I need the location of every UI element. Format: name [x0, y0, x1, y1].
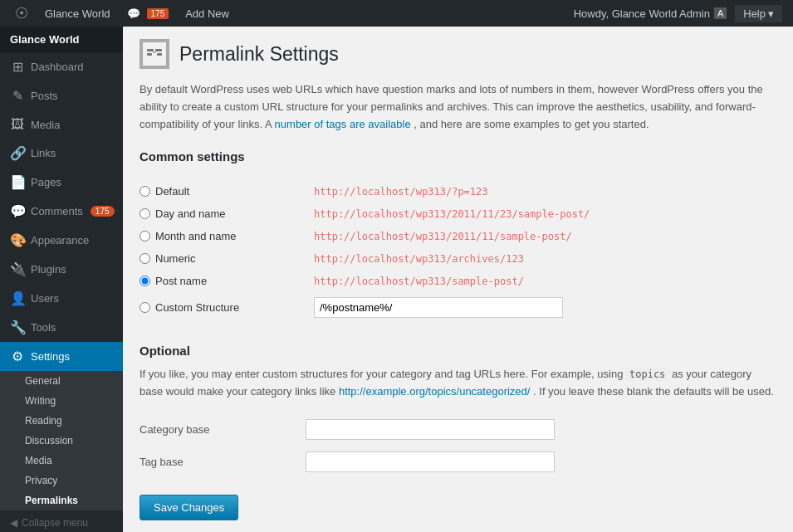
tools-icon: 🔧 — [10, 320, 25, 335]
comment-icon: 💬 — [127, 7, 140, 20]
svg-rect-0 — [147, 49, 154, 51]
wp-logo-button[interactable]: ☉ — [7, 0, 37, 27]
permalink-options-table: Default http://localhost/wp313/?p=123 Da… — [140, 180, 776, 323]
option-default-label[interactable]: Default — [140, 185, 306, 198]
sidebar-item-posts[interactable]: ✎ Posts — [0, 81, 123, 110]
option-month-and-name: Month and name http://localhost/wp313/20… — [140, 225, 776, 247]
option-numeric: Numeric http://localhost/wp313/archives/… — [140, 247, 776, 270]
url-numeric: http://localhost/wp313/archives/123 — [314, 253, 524, 265]
option-post-name: Post name http://localhost/wp313/sample-… — [140, 270, 776, 292]
submenu-item-privacy[interactable]: Privacy — [0, 471, 123, 491]
sidebar-item-label: Posts — [31, 90, 58, 102]
description-text-2: , and here are some examples to get you … — [414, 118, 649, 130]
submenu-item-writing[interactable]: Writing — [0, 391, 123, 411]
tag-base-input[interactable] — [306, 451, 555, 472]
optional-heading: Optional — [140, 344, 776, 358]
submenu-item-reading[interactable]: Reading — [0, 411, 123, 431]
url-post-name: http://localhost/wp313/sample-post/ — [314, 276, 524, 287]
main-content: Permalink Settings By default WordPress … — [123, 27, 793, 532]
svg-rect-2 — [155, 49, 162, 51]
posts-icon: ✎ — [10, 88, 25, 104]
sidebar-item-settings[interactable]: ⚙ Settings — [0, 342, 123, 371]
sidebar-item-label: Settings — [31, 350, 70, 363]
collapse-arrow-icon: ◀ — [10, 517, 17, 529]
save-label: Save Changes — [154, 501, 224, 514]
sidebar-item-media[interactable]: 🖼 Media — [0, 110, 123, 139]
optional-description: If you like, you may enter custom struct… — [140, 366, 776, 401]
user-greeting[interactable]: Howdy, Glance World Admin A — [565, 0, 736, 27]
sidebar-item-label: Tools — [31, 321, 56, 334]
option-month-label[interactable]: Month and name — [140, 230, 306, 242]
add-new-label: Add New — [185, 7, 229, 20]
url-month-and-name: http://localhost/wp313/2011/11/sample-po… — [314, 231, 572, 242]
radio-month-and-name[interactable] — [140, 231, 150, 242]
custom-structure-input[interactable] — [314, 297, 563, 318]
base-fields-table: Category base Tag base — [140, 413, 555, 478]
sidebar-item-tools[interactable]: 🔧 Tools — [0, 313, 123, 342]
category-base-input[interactable] — [306, 419, 555, 440]
sidebar-item-dashboard[interactable]: ⊞ Dashboard — [0, 52, 123, 81]
radio-default[interactable] — [140, 186, 150, 197]
page-title: Permalink Settings — [179, 43, 339, 66]
settings-icon: ⚙ — [10, 349, 25, 364]
comments-count: 175 — [147, 8, 169, 19]
sidebar-item-label: Comments — [31, 205, 83, 217]
sidebar-site-label: Glance World — [10, 33, 80, 46]
code-example: topics — [626, 368, 668, 381]
url-day-and-name: http://localhost/wp313/2011/11/23/sample… — [314, 208, 590, 220]
sidebar-item-comments[interactable]: 💬 Comments 175 — [0, 197, 123, 226]
sidebar-item-label: Links — [31, 147, 56, 159]
plugins-icon: 🔌 — [10, 261, 25, 277]
comments-button[interactable]: 💬 175 — [119, 0, 178, 27]
sidebar-site-name[interactable]: Glance World — [0, 27, 123, 52]
help-button[interactable]: Help ▾ — [735, 5, 782, 22]
sidebar: Glance World ⊞ Dashboard ✎ Posts 🖼 Media… — [0, 27, 123, 532]
category-base-row: Category base — [140, 413, 555, 446]
category-base-label: Category base — [140, 423, 210, 436]
option-day-and-name: Day and name http://localhost/wp313/2011… — [140, 203, 776, 225]
sidebar-item-label: Appearance — [31, 234, 89, 246]
sidebar-item-label: Dashboard — [31, 61, 84, 73]
radio-custom[interactable] — [140, 302, 150, 313]
page-header: Permalink Settings — [140, 39, 776, 69]
submenu-item-general[interactable]: General — [0, 371, 123, 391]
comments-icon: 💬 — [10, 203, 25, 219]
sidebar-item-users[interactable]: 👤 Users — [0, 284, 123, 313]
option-custom-label[interactable]: Custom Structure — [140, 301, 306, 314]
tags-link[interactable]: number of tags are available — [275, 118, 411, 130]
sidebar-item-appearance[interactable]: 🎨 Appearance — [0, 226, 123, 255]
tag-base-row: Tag base — [140, 446, 555, 478]
option-numeric-label[interactable]: Numeric — [140, 252, 306, 265]
site-name-button[interactable]: Glance World — [37, 0, 119, 27]
collapse-menu-label: Collapse menu — [22, 517, 88, 529]
option-custom-structure: Custom Structure — [140, 292, 776, 323]
user-avatar: A — [714, 7, 727, 19]
radio-post-name[interactable] — [140, 276, 150, 286]
collapse-menu-button[interactable]: ◀ Collapse menu — [0, 510, 123, 532]
svg-rect-3 — [157, 53, 162, 56]
option-post-name-label[interactable]: Post name — [140, 275, 306, 287]
permalink-icon — [145, 45, 164, 63]
submenu-item-permalinks[interactable]: Permalinks — [0, 491, 123, 510]
chevron-down-icon: ▾ — [768, 7, 774, 20]
optional-section: Optional If you like, you may enter cust… — [140, 344, 776, 478]
sidebar-item-plugins[interactable]: 🔌 Plugins — [0, 255, 123, 284]
submenu-item-discussion[interactable]: Discussion — [0, 431, 123, 451]
sidebar-item-label: Plugins — [31, 263, 66, 276]
users-icon: 👤 — [10, 290, 25, 306]
radio-day-and-name[interactable] — [140, 208, 150, 219]
url-default: http://localhost/wp313/?p=123 — [314, 186, 488, 198]
sidebar-item-label: Media — [31, 119, 60, 131]
settings-submenu: General Writing Reading Discussion Media… — [0, 371, 123, 510]
example-link[interactable]: http://example.org/topics/uncategorized/ — [339, 385, 531, 398]
sidebar-item-pages[interactable]: 📄 Pages — [0, 168, 123, 197]
sidebar-item-links[interactable]: 🔗 Links — [0, 139, 123, 168]
sidebar-item-label: Users — [31, 292, 59, 305]
option-day-label[interactable]: Day and name — [140, 207, 306, 220]
radio-numeric[interactable] — [140, 253, 150, 264]
submenu-item-media[interactable]: Media — [0, 451, 123, 471]
appearance-icon: 🎨 — [10, 232, 25, 248]
sidebar-item-label: Pages — [31, 176, 61, 188]
save-changes-button[interactable]: Save Changes — [140, 495, 238, 520]
add-new-button[interactable]: Add New — [177, 0, 237, 27]
